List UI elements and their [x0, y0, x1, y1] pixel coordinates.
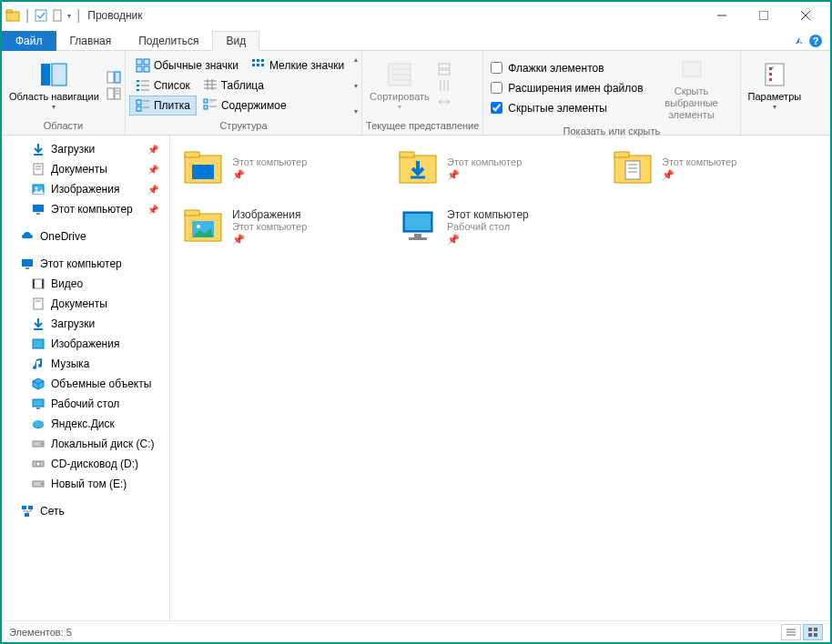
ribbon-collapse-icon[interactable]: ⮙: [796, 37, 803, 45]
document-icon[interactable]: [51, 9, 64, 22]
checkbox-icon[interactable]: [35, 9, 47, 22]
pin-icon: 📌: [447, 234, 529, 246]
qat-dropdown[interactable]: ▾: [67, 12, 71, 20]
layout-content[interactable]: Содержимое: [197, 96, 293, 116]
sort-button[interactable]: Сортировать ▾: [366, 58, 433, 114]
separator: |: [76, 7, 80, 24]
ribbon-group-options: Параметры ▾: [741, 51, 809, 135]
content-area: Загрузки📌 Документы📌 Изображения📌 Этот к…: [2, 136, 830, 620]
layout-list[interactable]: Список: [129, 75, 197, 96]
svg-rect-82: [36, 408, 40, 409]
layout-table[interactable]: Таблица: [197, 75, 270, 96]
svg-rect-107: [185, 210, 199, 216]
svg-rect-54: [439, 70, 450, 75]
svg-rect-22: [252, 59, 255, 62]
svg-rect-10: [41, 64, 50, 86]
ribbon-group-showhide: Флажки элементов Расширения имен файлов …: [483, 51, 740, 135]
svg-point-90: [41, 483, 43, 485]
svg-rect-27: [261, 64, 264, 66]
tab-home[interactable]: Главная: [56, 31, 126, 51]
navigation-pane[interactable]: Загрузки📌 Документы📌 Изображения📌 Этот к…: [2, 136, 170, 620]
quick-access-toolbar: | ▾ |: [5, 7, 82, 24]
sidebar-item-onedrive[interactable]: OneDrive: [2, 226, 169, 247]
checkbox-file-extensions[interactable]: Расширения имен файлов: [487, 78, 646, 98]
sidebar-item-network[interactable]: Сеть: [2, 501, 169, 521]
tab-file[interactable]: Файл: [2, 31, 56, 51]
tab-view[interactable]: Вид: [212, 31, 259, 51]
sidebar-item-documents[interactable]: Документы📌: [2, 159, 169, 179]
group-by-icon[interactable]: [437, 62, 452, 76]
tile-location: Этот компьютер: [447, 156, 522, 167]
sidebar-item-music[interactable]: Музыка: [2, 354, 169, 374]
sidebar-item-documents2[interactable]: Документы: [2, 294, 169, 314]
tile-item[interactable]: Изображения Этот компьютер 📌: [178, 201, 385, 252]
sidebar-item-downloads2[interactable]: Загрузки: [2, 314, 169, 334]
svg-rect-20: [137, 66, 142, 72]
documents-folder-icon: [611, 146, 654, 190]
help-icon[interactable]: ?: [808, 34, 823, 48]
layout-gallery-expand[interactable]: ▾: [354, 107, 358, 116]
size-columns-icon[interactable]: [437, 95, 452, 109]
svg-rect-21: [144, 66, 149, 72]
hide-selected-button[interactable]: Скрыть выбранные элементы: [647, 53, 736, 124]
svg-rect-19: [144, 59, 149, 65]
sidebar-item-cd-drive-d[interactable]: CD-дисковод (D:): [2, 454, 169, 474]
tile-item[interactable]: Этот компьютер 📌: [392, 143, 600, 194]
tile-item[interactable]: Этот компьютер 📌: [607, 143, 815, 194]
file-list[interactable]: Этот компьютер 📌 Этот компьютер 📌 Этот к…: [170, 136, 830, 620]
desktop-folder-icon: [181, 146, 225, 190]
sidebar-item-yandex[interactable]: Яндекс.Диск: [2, 414, 169, 434]
options-button[interactable]: Параметры ▾: [745, 58, 806, 114]
sidebar-item-videos[interactable]: Видео: [2, 274, 169, 294]
sidebar-item-this-pc-pinned[interactable]: Этот компьютер📌: [2, 199, 169, 219]
sidebar-item-pictures[interactable]: Изображения📌: [2, 179, 169, 199]
tile-item[interactable]: Этот компьютер 📌: [178, 143, 385, 194]
titlebar: | ▾ | Проводник: [2, 2, 830, 29]
svg-rect-63: [769, 78, 772, 81]
details-pane-icon[interactable]: [107, 86, 121, 101]
downloads-folder-icon: [396, 146, 440, 190]
svg-rect-75: [33, 279, 35, 288]
sidebar-item-3dobjects[interactable]: Объемные объекты: [2, 374, 169, 394]
layout-normal-icons[interactable]: Обычные значки: [129, 55, 245, 75]
add-columns-icon[interactable]: [437, 78, 452, 93]
sidebar-item-desktop[interactable]: Рабочий стол: [2, 394, 169, 414]
svg-rect-95: [185, 152, 199, 157]
preview-pane-icon[interactable]: [107, 70, 121, 85]
view-tiles-toggle[interactable]: [803, 624, 823, 640]
svg-rect-80: [33, 339, 44, 348]
tile-item[interactable]: Этот компьютер Рабочий стол 📌: [392, 201, 600, 252]
svg-rect-30: [137, 85, 139, 86]
layout-scroll-down[interactable]: ▾: [354, 82, 358, 90]
checkbox-item-checkboxes[interactable]: Флажки элементов: [487, 58, 646, 78]
view-details-toggle[interactable]: [781, 624, 801, 640]
layout-small-icons[interactable]: Мелкие значки: [245, 55, 350, 75]
svg-point-69: [36, 187, 38, 190]
svg-rect-11: [52, 64, 66, 86]
layout-scroll-up[interactable]: ▴: [354, 55, 358, 64]
tab-share[interactable]: Поделиться: [125, 31, 212, 51]
tile-location: Рабочий стол: [447, 221, 529, 232]
ribbon: Область навигации ▾ Области Обычные знач…: [2, 51, 830, 136]
sidebar-item-local-disk-c[interactable]: Локальный диск (C:): [2, 434, 169, 454]
svg-rect-113: [409, 237, 427, 240]
sidebar-item-downloads[interactable]: Загрузки📌: [2, 139, 169, 159]
sidebar-item-pictures2[interactable]: Изображения: [2, 334, 169, 354]
window-title: Проводник: [87, 9, 142, 22]
sidebar-item-this-pc[interactable]: Этот компьютер: [2, 254, 169, 274]
svg-rect-42: [137, 106, 141, 111]
sidebar-item-new-volume-e[interactable]: Новый том (E:): [2, 474, 169, 494]
pin-icon: 📌: [147, 145, 166, 155]
svg-point-88: [36, 462, 41, 467]
close-button[interactable]: [785, 2, 827, 29]
navigation-pane-button[interactable]: Область навигации ▾: [5, 58, 103, 114]
checkbox-hidden-items[interactable]: Скрытые элементы: [487, 98, 646, 118]
layout-tiles[interactable]: Плитка: [129, 96, 197, 116]
svg-rect-1: [6, 10, 12, 13]
maximize-button[interactable]: [743, 2, 785, 29]
svg-rect-81: [33, 399, 44, 407]
svg-rect-39: [137, 100, 141, 105]
minimize-button[interactable]: [701, 2, 743, 29]
explorer-window: | ▾ | Проводник Файл Главная Поделиться …: [0, 0, 832, 644]
separator: |: [25, 7, 29, 24]
